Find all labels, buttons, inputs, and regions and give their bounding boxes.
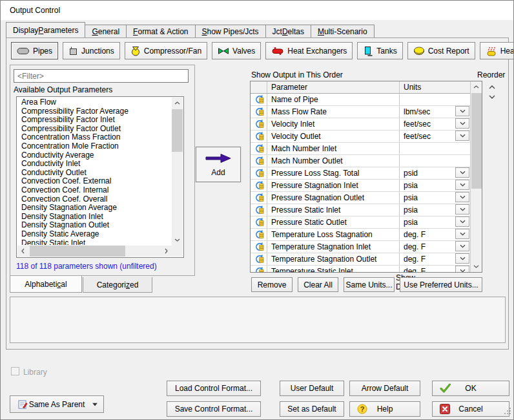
tab-alphabetical[interactable]: Alphabetical bbox=[10, 276, 82, 293]
parameter-column-header: Parameter bbox=[267, 81, 400, 93]
units-dropdown-button[interactable] bbox=[455, 118, 469, 129]
list-item[interactable]: Convection Coef. Internal bbox=[18, 186, 171, 195]
list-item[interactable]: Concentration Mole Fraction bbox=[18, 142, 171, 151]
units-dropdown-button[interactable] bbox=[455, 229, 469, 239]
list-horizontal-scrollbar[interactable] bbox=[17, 246, 172, 257]
remove-button[interactable]: Remove bbox=[251, 277, 293, 292]
list-item[interactable]: Density Static Average bbox=[18, 230, 171, 239]
table-row[interactable]: Pressure Stagnation Inletpsia bbox=[251, 180, 482, 192]
units-dropdown-button[interactable] bbox=[455, 241, 469, 251]
toolbar-button-pipes[interactable]: Pipes bbox=[11, 42, 58, 59]
reorder-down-button[interactable] bbox=[487, 92, 497, 101]
list-item[interactable]: Compressibility Factor Average bbox=[18, 107, 171, 116]
units-cell: psia bbox=[400, 204, 471, 216]
units-dropdown-button[interactable] bbox=[455, 131, 469, 141]
list-item[interactable]: Compressibility Factor Inlet bbox=[18, 116, 171, 125]
tab-show-pipes-jcts[interactable]: Show Pipes/Jcts bbox=[195, 25, 266, 37]
use-preferred-units-button[interactable]: Use Preferred Units... bbox=[400, 277, 482, 292]
junction-icon bbox=[68, 47, 78, 56]
tab-general[interactable]: General bbox=[85, 25, 127, 37]
ok-button[interactable]: OK bbox=[432, 381, 509, 396]
tab-format-action[interactable]: Format & Action bbox=[126, 25, 195, 37]
tab-multi-scenario[interactable]: Multi-Scenario bbox=[311, 25, 375, 37]
help-button[interactable]: ? Help bbox=[349, 401, 420, 417]
list-item[interactable]: Convection Coef. Overall bbox=[18, 195, 171, 204]
icon-cell bbox=[251, 229, 267, 240]
arrow-default-button[interactable]: Arrow Default bbox=[349, 381, 420, 396]
table-row[interactable]: Mass Flow Ratelbm/sec bbox=[251, 106, 482, 118]
clear-all-button[interactable]: Clear All bbox=[298, 277, 338, 292]
list-item[interactable]: Area Flow bbox=[18, 98, 171, 107]
table-row[interactable]: Pressure Static Inletpsia bbox=[251, 204, 482, 216]
add-button[interactable]: Add bbox=[196, 147, 241, 182]
table-row[interactable]: Temperature Static Inletdeg. F bbox=[251, 266, 482, 273]
same-units-button[interactable]: Same Units... bbox=[344, 277, 395, 292]
scrollbar-thumb[interactable] bbox=[172, 109, 183, 152]
list-item[interactable]: Conductivity Outlet bbox=[18, 169, 171, 178]
scroll-down-icon[interactable] bbox=[471, 261, 482, 272]
resize-grip[interactable] bbox=[504, 406, 511, 417]
parameter-cell: Velocity Inlet bbox=[267, 118, 400, 130]
list-item[interactable]: Density Stagnation Average bbox=[18, 204, 171, 213]
units-dropdown-button[interactable] bbox=[455, 180, 469, 190]
same-as-parent-button[interactable]: Same As Parent bbox=[10, 395, 104, 413]
available-parameters-list[interactable]: Area FlowCompressibility Factor AverageC… bbox=[16, 96, 184, 258]
parameter-cell: Pressure Stagnation Inlet bbox=[267, 180, 400, 191]
units-dropdown-button[interactable] bbox=[455, 192, 469, 202]
list-item[interactable]: Convection Coef. External bbox=[18, 177, 171, 186]
scroll-up-icon[interactable] bbox=[172, 98, 183, 109]
toolbar-button-heat-exchangers[interactable]: Heat Exchangers bbox=[265, 42, 353, 59]
load-control-format-button[interactable]: Load Control Format... bbox=[167, 381, 261, 396]
save-control-format-button[interactable]: Save Control Format... bbox=[167, 401, 261, 417]
table-row[interactable]: Mach Number Outlet bbox=[251, 155, 482, 167]
list-item[interactable]: Density Stagnation Outlet bbox=[18, 221, 171, 230]
list-item[interactable]: Density Stagnation Inlet bbox=[18, 213, 171, 222]
toolbar-button-valves[interactable]: Valves bbox=[212, 42, 261, 59]
units-dropdown-button[interactable] bbox=[455, 253, 469, 264]
list-vertical-scrollbar[interactable] bbox=[172, 98, 183, 246]
table-row[interactable]: Temperature Loss Stagnationdeg. F bbox=[251, 229, 482, 241]
list-item[interactable]: Concentration Mass Fraction bbox=[18, 133, 171, 142]
scroll-up-icon[interactable] bbox=[471, 81, 482, 92]
toolbar-button-junctions[interactable]: Junctions bbox=[63, 42, 120, 59]
table-row[interactable]: Pressure Stagnation Outletpsia bbox=[251, 192, 482, 204]
list-item[interactable]: Conductivity Average bbox=[18, 151, 171, 160]
set-as-default-button[interactable]: Set as Default bbox=[280, 401, 344, 417]
user-default-button[interactable]: User Default bbox=[280, 381, 344, 396]
table-row[interactable]: Temperature Stagnation Outletdeg. F bbox=[251, 253, 482, 266]
table-row[interactable]: Velocity Inletfeet/sec bbox=[251, 118, 482, 131]
table-row[interactable]: Pressure Static Outletpsia bbox=[251, 216, 482, 229]
table-row[interactable]: Velocity Outletfeet/sec bbox=[251, 131, 482, 143]
units-dropdown-button[interactable] bbox=[455, 204, 469, 215]
toolbar-button-cost-report[interactable]: Cost Report bbox=[407, 42, 475, 59]
units-dropdown-button[interactable] bbox=[455, 167, 469, 178]
scrollbar-thumb[interactable] bbox=[471, 93, 482, 189]
toolbar-button-compressor-fan[interactable]: Compressor/Fan bbox=[125, 42, 207, 59]
units-dropdown-button[interactable] bbox=[455, 266, 469, 273]
scrollbar-thumb[interactable] bbox=[30, 246, 125, 257]
toolbar-button-tanks[interactable]: Tanks bbox=[357, 42, 402, 59]
reorder-up-button[interactable] bbox=[487, 82, 497, 92]
list-item[interactable]: Density Static Inlet bbox=[18, 239, 171, 246]
edit-note-icon bbox=[17, 399, 28, 410]
list-item[interactable]: Compressibility Factor Outlet bbox=[18, 125, 171, 134]
cancel-button[interactable]: Cancel bbox=[432, 401, 509, 417]
table-row[interactable]: Mach Number Inlet bbox=[251, 143, 482, 155]
list-item[interactable]: Conductivity Inlet bbox=[18, 160, 171, 169]
table-row[interactable]: Pressure Loss Stag. Totalpsid bbox=[251, 167, 482, 180]
library-checkbox bbox=[11, 367, 19, 375]
scroll-left-icon[interactable] bbox=[17, 246, 28, 257]
table-row[interactable]: Temperature Stagnation Inletdeg. F bbox=[251, 241, 482, 253]
question-icon: ? bbox=[357, 404, 367, 414]
scroll-right-icon[interactable] bbox=[161, 246, 172, 257]
tab-categorized[interactable]: Categorized bbox=[83, 277, 152, 293]
table-row[interactable]: Name of Pipe bbox=[251, 94, 482, 106]
table-vertical-scrollbar[interactable] bbox=[470, 81, 482, 272]
units-dropdown-button[interactable] bbox=[455, 216, 469, 227]
filter-input[interactable] bbox=[14, 69, 189, 83]
tab-display-parameters[interactable]: Display Parameters bbox=[6, 22, 85, 37]
tab-jct-deltas[interactable]: Jct Deltas bbox=[265, 25, 311, 37]
scroll-down-icon[interactable] bbox=[172, 235, 183, 246]
units-dropdown-button[interactable] bbox=[455, 106, 469, 116]
toolbar-button-heat-transfer[interactable]: Heat Transfer bbox=[480, 42, 514, 59]
